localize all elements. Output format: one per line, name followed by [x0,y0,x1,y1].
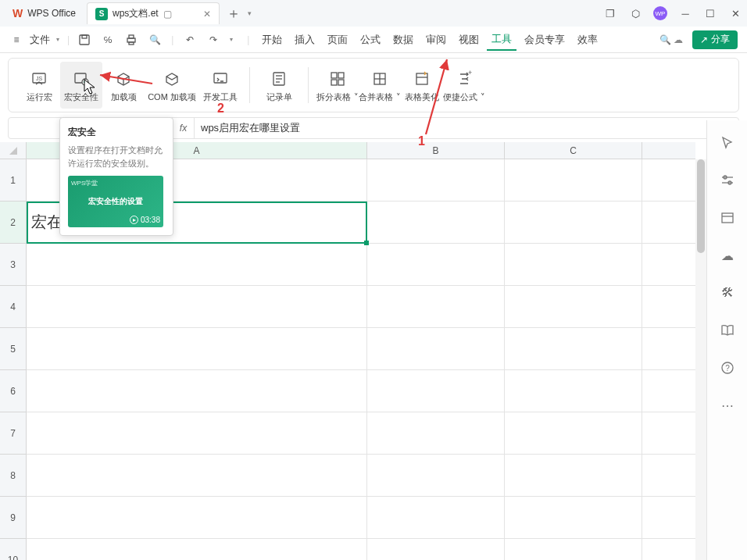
menu-tab-插入[interactable]: 插入 [290,30,320,50]
menu-tab-开始[interactable]: 开始 [257,30,287,50]
row-header-8[interactable]: 8 [0,455,26,497]
book-icon[interactable] [719,322,736,339]
select-all-corner[interactable] [0,142,27,159]
ribbon-icon: + [456,68,473,90]
new-tab-button[interactable]: ＋ [223,2,245,24]
tab-window-icon[interactable]: ▢ [163,9,172,20]
ribbon-开发工具[interactable]: 开发工具 [199,62,241,109]
cell-A8[interactable] [27,455,367,496]
ribbon-记录单[interactable]: 记录单 [258,62,300,109]
cell-A6[interactable] [27,370,367,412]
menu-tab-工具[interactable]: 工具 [487,29,516,51]
menu-tab-视图[interactable]: 视图 [454,30,484,50]
tools-wrench-icon[interactable]: 🛠 [719,284,736,301]
cell-B1[interactable] [367,159,505,201]
select-tool-icon[interactable] [719,134,736,152]
print-preview-icon[interactable]: 🔍 [148,33,162,47]
menu-tab-效率[interactable]: 效率 [573,30,602,50]
cell-C5[interactable] [505,328,642,369]
maximize-button[interactable]: ☐ [703,6,717,20]
tab-close-icon[interactable]: ✕ [203,9,211,20]
cell-A5[interactable] [27,328,367,369]
file-menu[interactable]: 文件 [25,33,55,47]
cloud-icon[interactable]: ☁ [674,34,683,45]
cell-C10[interactable] [505,539,642,560]
ribbon-合并表格[interactable]: 合并表格 ˅ [359,62,401,109]
minimize-button[interactable]: ─ [678,6,692,20]
fx-icon[interactable]: fx [173,118,195,138]
ribbon-宏安全性[interactable]: 宏安全性 [60,62,102,109]
user-avatar[interactable]: WP [653,6,667,20]
cell-C3[interactable] [505,244,642,285]
cell-A10[interactable] [27,539,367,560]
ribbon-拆分表格[interactable]: 拆分表格 ˅ [316,62,359,109]
cell-C6[interactable] [505,370,642,412]
menu-tab-审阅[interactable]: 审阅 [421,30,451,50]
cloud-drive-icon[interactable]: ☁ [719,247,736,264]
document-tab[interactable]: S wps文档.et ▢ ✕ [87,2,220,24]
undo-dropdown-icon[interactable]: ▾ [230,36,233,43]
ribbon-加载项[interactable]: 加载项 [102,62,145,109]
cell-A7[interactable] [27,412,367,454]
ribbon-便捷公式[interactable]: +便捷公式 ˅ [443,62,485,109]
row-header-4[interactable]: 4 [0,286,26,328]
cell-C9[interactable] [505,497,642,538]
print-icon[interactable] [124,33,138,47]
row-header-7[interactable]: 7 [0,412,26,455]
row-header-5[interactable]: 5 [0,328,26,370]
cell-B8[interactable] [367,455,505,496]
cell-C1[interactable] [505,159,642,201]
cell-A3[interactable] [27,244,367,285]
cell-A9[interactable] [27,497,367,538]
scrollbar-thumb[interactable] [697,159,705,253]
row-header-10[interactable]: 10 [0,539,26,560]
cell-B6[interactable] [367,370,505,412]
cell-C2[interactable] [505,202,642,243]
row-header-2[interactable]: 2 [0,202,26,244]
save-icon[interactable] [77,33,91,47]
search-icon[interactable]: 🔍 [658,33,672,47]
cell-C7[interactable] [505,412,642,454]
close-button[interactable]: ✕ [728,6,742,20]
settings-sliders-icon[interactable] [719,172,736,189]
cube-icon[interactable]: ⬡ [628,6,642,20]
menu-tab-会员专享[interactable]: 会员专享 [520,30,570,50]
redo-icon[interactable]: ↷ [206,33,220,47]
help-icon[interactable]: ? [719,359,736,376]
hamburger-icon[interactable]: ≡ [9,34,23,45]
vertical-scrollbar[interactable] [695,159,706,560]
file-menu-dropdown-icon[interactable]: ▾ [56,36,59,43]
row-header-1[interactable]: 1 [0,159,26,202]
cell-B7[interactable] [367,412,505,454]
column-header-B[interactable]: B [367,142,505,159]
menu-tab-页面[interactable]: 页面 [323,30,352,50]
ribbon-运行宏[interactable]: JS运行宏 [18,62,60,109]
more-icon[interactable]: ⋯ [719,397,736,414]
link-icon[interactable]: ℅ [101,33,115,47]
cell-B5[interactable] [367,328,505,369]
row-header-6[interactable]: 6 [0,370,26,412]
cell-B3[interactable] [367,244,505,285]
menu-tab-公式[interactable]: 公式 [356,30,385,50]
menu-tab-数据[interactable]: 数据 [388,30,418,50]
new-tab-dropdown[interactable]: ▾ [245,9,256,17]
ribbon-表格美化[interactable]: 表格美化 [401,62,443,109]
home-tab[interactable]: W WPS Office [5,2,84,24]
column-header-C[interactable]: C [505,142,642,159]
cell-B2[interactable] [367,202,505,243]
formula-input[interactable]: wps启用宏在哪里设置 [195,121,738,135]
row-header-9[interactable]: 9 [0,497,26,539]
cell-B10[interactable] [367,539,505,560]
share-button[interactable]: ↗ 分享 [692,30,738,49]
undo-icon[interactable]: ↶ [183,33,197,47]
cell-B9[interactable] [367,497,505,538]
layout-icon[interactable] [719,209,736,226]
window-copy-icon[interactable]: ❐ [603,6,617,20]
cell-C4[interactable] [505,286,642,327]
tooltip-video-thumb[interactable]: WPS学堂 宏安全性的设置 03:38 [68,176,163,227]
ribbon-COM 加载项[interactable]: COM 加载项 [145,62,199,109]
row-header-3[interactable]: 3 [0,244,26,286]
cell-B4[interactable] [367,286,505,327]
cell-C8[interactable] [505,455,642,496]
cell-A4[interactable] [27,286,367,327]
